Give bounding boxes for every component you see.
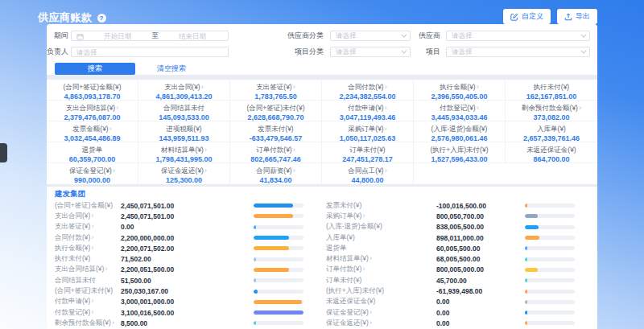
metric-row[interactable]: (执行+入库)未付(¥)› -61,939,498.00 xyxy=(326,286,597,296)
chevron-right-icon: › xyxy=(369,319,372,327)
metric-row[interactable]: 采购订单(¥)› 800,050,700.00 xyxy=(326,211,597,221)
stat-cell[interactable]: 合同点工(¥)› 44,800.00 xyxy=(322,163,414,184)
metric-value: 0.00 xyxy=(121,223,254,231)
metric-label: 支出合同结算(¥)› xyxy=(55,265,121,274)
stat-label: 合同付款(¥)› xyxy=(322,83,413,91)
customize-button[interactable]: 自定义 xyxy=(503,9,551,24)
metric-row[interactable]: 退货单› 60,005,500.00 xyxy=(326,243,597,253)
metric-row[interactable]: 合同付款(¥)› 2,200,000,000.00 xyxy=(55,232,326,243)
supplier-category-label: 供应商分类 xyxy=(287,31,324,41)
stat-label: 合同薪资(¥)› xyxy=(230,167,321,175)
metric-bar-track xyxy=(525,321,575,325)
metric-label: 合同付款(¥)› xyxy=(55,233,121,243)
metric-row[interactable]: 支出签证(¥)› 0.00 xyxy=(55,222,326,232)
stat-cell[interactable]: (执行+入库)未付(¥)› 1,527,596,433.00 xyxy=(414,142,506,163)
stat-cell[interactable]: 合同薪资(¥)› 41,834.00 xyxy=(230,163,322,184)
metric-bar xyxy=(525,246,527,250)
metric-bar-track xyxy=(525,204,575,208)
metric-value: 2,450,071,501.00 xyxy=(121,212,254,220)
stat-cell[interactable]: 进项税额(¥)› 143,959,511.93 xyxy=(138,121,230,142)
stat-cell[interactable]: (合同+签证)金额(¥)› 4,863,093,178.70 xyxy=(47,80,138,101)
owner-input[interactable] xyxy=(71,47,229,57)
stat-cell[interactable]: 订单未付(¥)› 247,451,278.17 xyxy=(322,142,414,163)
stat-cell[interactable]: 合同结算未付› 145,093,533.00 xyxy=(138,101,230,121)
project-select[interactable]: 请选择 xyxy=(446,47,590,57)
stat-cell[interactable]: 订单付款(¥)› 802,665,747.46 xyxy=(230,142,322,163)
metric-row[interactable]: 未返还保证金(¥)› 0.00 xyxy=(326,297,597,307)
metric-label: 支出签证(¥)› xyxy=(55,222,121,232)
stat-cell[interactable]: 采购订单(¥)› 1,050,117,025.63 xyxy=(322,121,414,142)
stat-cell[interactable]: 退货单› 60,359,700.00 xyxy=(47,142,138,163)
metric-row[interactable]: 材料结算单(¥)› 68,005,500.00 xyxy=(326,253,597,264)
date-range-input[interactable]: 至 xyxy=(71,31,229,41)
metric-row[interactable]: (合同+签证)未付(¥)› 250,030,167.00 xyxy=(55,286,326,296)
stat-cell[interactable]: 剩余预付款金额(¥)› 373,082.00 xyxy=(506,101,597,121)
metric-row[interactable]: 执行未付(¥)› 71,502.00 xyxy=(55,253,326,264)
metric-row[interactable]: (入库-退货)金额(¥)› 838,005,500.00 xyxy=(326,222,597,232)
chevron-right-icon: › xyxy=(579,104,581,112)
metric-row[interactable]: 合同结算未付› 51,500.00 xyxy=(55,275,326,286)
project-label: 项目 xyxy=(419,47,440,57)
metric-row[interactable]: 执行金额(¥)› 2,200,071,502.00 xyxy=(55,243,326,253)
stat-cell[interactable]: 合同付款(¥)› 2,234,382,554.00 xyxy=(322,80,414,101)
metric-row[interactable]: 保证金登记(¥)› 0.00 xyxy=(326,307,597,318)
chevron-right-icon: › xyxy=(293,146,295,154)
metric-row[interactable]: (合同+签证)金额(¥)› 2,450,071,501.00 xyxy=(55,200,326,211)
stat-cell[interactable]: 付款登记(¥)› 3,445,934,033.46 xyxy=(414,101,506,121)
group-detail-panel: 建发集团 (合同+签证)金额(¥)› 2,450,071,501.00 支出合同… xyxy=(47,187,597,329)
export-button[interactable]: 导出 xyxy=(557,9,597,24)
stat-label: (合同+签证)未付(¥)› xyxy=(230,104,321,112)
stat-value: 2,379,476,087.00 xyxy=(47,113,138,121)
stat-cell[interactable]: 未返还保证金(¥)› 864,700.00 xyxy=(506,142,597,163)
metric-row[interactable]: 剩余预付款金额(¥)› 8,500.00 xyxy=(55,318,326,328)
metric-value: 2,200,071,502.00 xyxy=(121,245,254,253)
stat-cell[interactable]: (合同+签证)未付(¥)› 2,628,668,790.70 xyxy=(230,101,322,121)
project-category-select[interactable]: 请选择 xyxy=(330,47,411,57)
metric-row[interactable]: 支出合同(¥)› 2,450,071,501.00 xyxy=(55,211,326,221)
stat-cell[interactable]: 入库单(¥)› 2,657,339,761.46 xyxy=(506,121,597,142)
metric-bar-track xyxy=(525,214,575,218)
metric-bar xyxy=(254,214,293,218)
stat-cell[interactable]: 保证金登记(¥)› 990,000.00 xyxy=(47,163,138,184)
metric-value: 71,502.00 xyxy=(121,255,254,263)
group-title[interactable]: 建发集团 xyxy=(55,189,597,198)
metric-bar xyxy=(525,278,527,282)
stat-label: 退货单› xyxy=(47,146,138,154)
stat-cell[interactable]: (入库-退货)金额(¥)› 2,576,980,061.46 xyxy=(414,121,506,142)
metric-value: 51,500.00 xyxy=(121,277,254,285)
clear-search-link[interactable]: 清空搜索 xyxy=(157,64,186,74)
chevron-right-icon: › xyxy=(477,83,479,91)
chevron-right-icon: › xyxy=(91,308,93,316)
end-date-input[interactable] xyxy=(162,32,223,40)
stat-cell[interactable]: 发票金额(¥)› 3,032,454,486.89 xyxy=(47,121,138,142)
start-date-input[interactable] xyxy=(87,32,148,40)
supplier-category-select[interactable]: 请选择 xyxy=(330,31,411,41)
stat-cell[interactable]: 支出合同(¥)› 4,861,309,413.20 xyxy=(138,80,230,101)
metric-row[interactable]: 订单付款(¥)› 800,005,000.00 xyxy=(326,265,597,275)
metric-row[interactable]: 保证金返还(¥)› 0.00 xyxy=(326,318,597,328)
metric-value: -61,939,498.00 xyxy=(436,287,525,295)
stat-value: 3,445,934,033.46 xyxy=(414,113,505,121)
metric-value: 800,050,700.00 xyxy=(436,212,525,220)
stat-cell[interactable]: 支出签证(¥)› 1,783,765.50 xyxy=(230,80,322,101)
stat-cell[interactable]: 保证金返还(¥)› 125,300.00 xyxy=(138,163,230,184)
metric-row[interactable]: 发票未付(¥)› -100,016,500.00 xyxy=(326,200,597,211)
stat-cell[interactable]: 支出合同结算(¥)› 2,379,476,087.00 xyxy=(47,101,138,121)
stat-cell[interactable]: 发票未付(¥)› -633,479,546.57 xyxy=(230,121,322,142)
metric-row[interactable]: 付款登记(¥)› 3,100,016,500.00 xyxy=(55,307,326,318)
stat-cell[interactable]: 执行金额(¥)› 2,396,550,405.00 xyxy=(414,80,506,101)
stat-cell[interactable]: 材料结算单(¥)› 1,798,431,995.00 xyxy=(138,142,230,163)
sidebar-toggle-handle[interactable] xyxy=(0,143,7,162)
help-icon[interactable]: ? xyxy=(97,14,106,23)
stat-cell[interactable]: 付款申请(¥)› 3,047,119,493.46 xyxy=(322,101,414,121)
metric-value: 3,000,001,000.00 xyxy=(121,298,254,306)
metric-row[interactable]: 入库单(¥)› 898,011,000.00 xyxy=(326,232,597,243)
metric-row[interactable]: 订单未付(¥)› 45,700.00 xyxy=(326,275,597,286)
supplier-label: 供应商 xyxy=(419,31,440,41)
supplier-select[interactable]: 请选择 xyxy=(446,31,590,41)
metric-row[interactable]: 付款申请(¥)› 3,000,001,000.00 xyxy=(55,297,326,307)
search-button[interactable]: 搜索 xyxy=(55,63,135,75)
metric-bar-track xyxy=(254,246,303,250)
metric-row[interactable]: 支出合同结算(¥)› 2,200,051,500.00 xyxy=(55,265,326,275)
stat-cell[interactable]: 执行未付(¥)› 162,167,851.00 xyxy=(506,80,597,101)
